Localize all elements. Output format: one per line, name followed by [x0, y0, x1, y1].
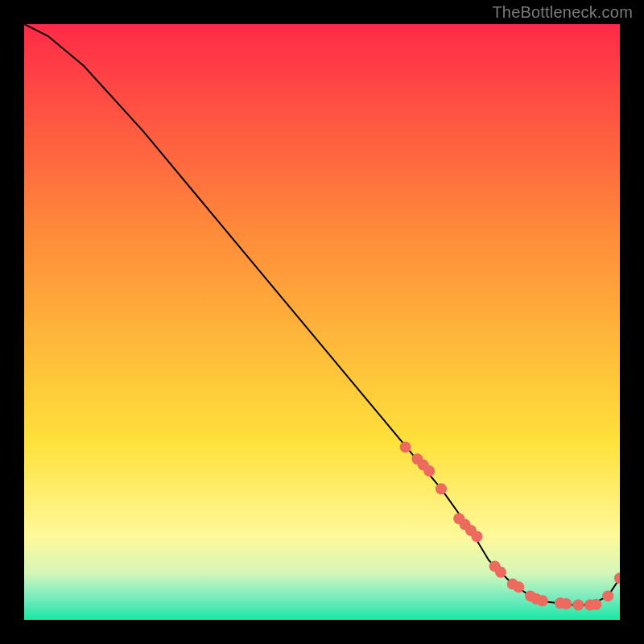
curve-marker	[602, 590, 613, 601]
curve-marker	[495, 567, 506, 578]
curve-marker	[513, 581, 524, 592]
curve-marker	[423, 465, 435, 477]
plot-area	[24, 24, 620, 620]
chart-svg	[24, 24, 620, 620]
curve-marker	[590, 599, 601, 610]
curve-marker	[471, 530, 482, 542]
curve-marker	[537, 595, 548, 606]
curve-marker	[400, 441, 411, 452]
curve-marker	[436, 483, 447, 494]
watermark-label: TheBottleneck.com	[492, 3, 633, 22]
curve-marker	[560, 598, 572, 609]
curve-marker	[572, 600, 584, 611]
gradient-background	[24, 24, 620, 620]
chart-frame: TheBottleneck.com	[0, 0, 644, 644]
